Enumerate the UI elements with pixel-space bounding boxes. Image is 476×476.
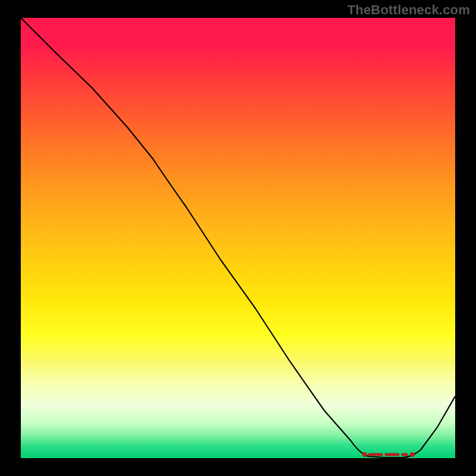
watermark-text: TheBottleneck.com bbox=[347, 2, 470, 18]
plot-area bbox=[21, 18, 455, 458]
marker-dot-end bbox=[410, 452, 415, 457]
line-series-curve bbox=[21, 18, 455, 458]
chart-container: TheBottleneck.com bbox=[0, 0, 476, 476]
marker-dot-start bbox=[362, 452, 367, 457]
chart-svg bbox=[21, 18, 455, 458]
